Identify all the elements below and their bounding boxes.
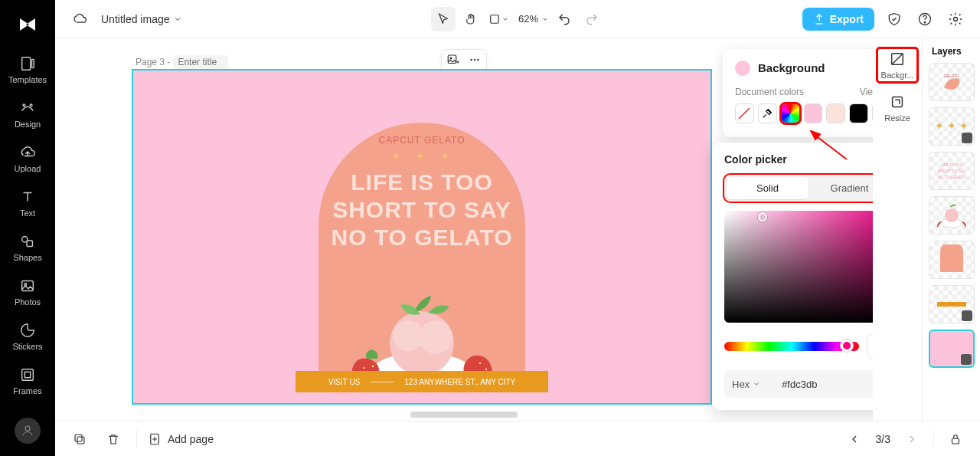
layer-thumb[interactable]: ✦ ✦ ✦ xyxy=(929,107,975,146)
sparkle-icon: ✦ ✦ ✦ xyxy=(391,150,452,162)
headline-line-3: NO TO GELATO xyxy=(318,224,525,251)
layer-thumb[interactable] xyxy=(929,196,975,235)
svg-point-31 xyxy=(363,367,364,369)
help-icon[interactable] xyxy=(914,8,936,30)
layers-title: Layers xyxy=(932,46,962,57)
background-panel: Background × Document colors View all xyxy=(723,49,873,137)
zoom-level[interactable]: 62% xyxy=(518,13,549,25)
hue-slider[interactable] xyxy=(724,342,859,351)
export-button[interactable]: Export xyxy=(802,8,874,31)
pager: 3/3 xyxy=(844,428,966,450)
settings-icon[interactable] xyxy=(945,8,966,30)
sidebar-item-templates[interactable]: Templates xyxy=(0,48,55,92)
lock-icon[interactable] xyxy=(945,428,966,450)
layers-panel: Layers GELATO ✦ ✦ ✦ LIFE IS TOOSHORT TO … xyxy=(922,38,980,456)
svg-rect-46 xyxy=(893,97,903,107)
color-chip[interactable] xyxy=(849,103,868,123)
zoom-value: 62% xyxy=(518,13,538,25)
color-picker-chip[interactable] xyxy=(781,103,800,123)
app-logo[interactable] xyxy=(15,12,40,37)
cloud-icon[interactable] xyxy=(69,8,90,30)
svg-rect-12 xyxy=(491,15,499,23)
add-page-icon xyxy=(148,432,162,446)
svg-text:SHORT TO SAY: SHORT TO SAY xyxy=(937,169,965,173)
sidebar-item-design[interactable]: Design xyxy=(0,92,55,136)
svg-rect-0 xyxy=(15,12,40,37)
svg-line-37 xyxy=(739,108,750,119)
layer-thumb[interactable] xyxy=(929,241,975,279)
prev-page-button[interactable] xyxy=(844,428,865,450)
topbar-right: Export xyxy=(802,8,966,31)
color-picker-title: Color picker xyxy=(724,153,873,166)
sidebar-item-text[interactable]: Text xyxy=(0,181,55,225)
visit-bar[interactable]: VISIT US 123 ANYWHERE ST., ANY CITY xyxy=(296,371,548,392)
page-label: Page 3 - xyxy=(136,57,170,67)
next-page-button[interactable] xyxy=(901,428,923,450)
horizontal-scrollbar[interactable] xyxy=(410,412,518,418)
layer-thumb[interactable]: GELATO xyxy=(929,63,975,101)
sidebar-item-frames[interactable]: Frames xyxy=(0,359,55,403)
add-page-button[interactable]: Add page xyxy=(136,430,214,448)
pages-overview-icon[interactable] xyxy=(69,428,90,450)
right-tool-resize[interactable]: Resize xyxy=(884,93,910,123)
delete-page-icon[interactable] xyxy=(103,428,124,450)
page-title-input[interactable] xyxy=(173,55,228,69)
headline-line-1: LIFE IS TOO xyxy=(318,169,525,196)
right-tool-background[interactable]: Backgr... xyxy=(878,49,917,81)
redo-button[interactable] xyxy=(580,7,604,31)
sv-handle[interactable] xyxy=(758,212,767,221)
view-all-link[interactable]: View all xyxy=(860,87,873,97)
user-avatar[interactable] xyxy=(15,418,41,444)
color-chip[interactable] xyxy=(872,103,873,123)
select-tool[interactable] xyxy=(431,7,456,31)
color-chip[interactable] xyxy=(804,103,823,123)
eyedropper-chip[interactable] xyxy=(758,103,777,123)
color-chip-none[interactable] xyxy=(735,103,754,123)
svg-rect-55 xyxy=(75,435,82,441)
chevron-down-icon xyxy=(501,15,509,23)
layer-thumb[interactable] xyxy=(929,285,975,323)
svg-text:LIFE IS TOO: LIFE IS TOO xyxy=(940,162,962,167)
center-tools: 62% xyxy=(431,7,604,31)
design-brand-text[interactable]: CAPCUT GELATO xyxy=(318,135,525,146)
hue-handle[interactable] xyxy=(841,340,853,352)
svg-point-34 xyxy=(479,363,481,364)
hand-tool[interactable] xyxy=(459,7,483,31)
layer-badge-icon xyxy=(961,354,972,365)
svg-text:✦ ✦ ✦: ✦ ✦ ✦ xyxy=(935,120,969,132)
sidebar-item-shapes[interactable]: Shapes xyxy=(0,225,55,270)
tab-solid[interactable]: Solid xyxy=(727,177,808,199)
svg-rect-6 xyxy=(27,241,32,246)
layer-thumb[interactable]: LIFE IS TOOSHORT TO SAYNO TO GELATO xyxy=(929,152,975,190)
svg-point-3 xyxy=(23,104,25,107)
more-icon[interactable] xyxy=(468,53,482,70)
undo-button[interactable] xyxy=(552,7,577,31)
eyedropper-button[interactable] xyxy=(867,333,873,359)
tab-gradient[interactable]: Gradient xyxy=(808,177,873,199)
hex-row: Hex #fdc3db xyxy=(724,370,873,398)
design-canvas[interactable]: CAPCUT GELATO ✦ ✦ ✦ LIFE IS TOO SHORT TO… xyxy=(132,69,712,405)
document-name[interactable]: Untitled image xyxy=(101,13,182,25)
color-chip[interactable] xyxy=(826,103,845,123)
sidebar-item-stickers[interactable]: Stickers xyxy=(0,314,55,359)
design-headline[interactable]: LIFE IS TOO SHORT TO SAY NO TO GELATO xyxy=(318,169,525,251)
doc-colors-label: Document colors xyxy=(735,87,804,97)
svg-rect-1 xyxy=(22,57,31,71)
sidebar-item-upload[interactable]: Upload xyxy=(0,136,55,181)
svg-point-29 xyxy=(419,320,452,354)
sidebar-item-label: Design xyxy=(15,120,41,129)
hex-value[interactable]: #fdc3db xyxy=(782,379,817,390)
bottom-bar: Add page 3/3 xyxy=(55,421,980,456)
crop-tool[interactable] xyxy=(486,7,511,31)
sidebar-item-label: Stickers xyxy=(12,342,42,351)
layer-thumb[interactable] xyxy=(929,330,975,368)
sidebar-item-photos[interactable]: Photos xyxy=(0,270,55,314)
upload-icon xyxy=(813,13,825,25)
shield-icon[interactable] xyxy=(884,8,905,30)
svg-point-20 xyxy=(477,59,479,61)
image-plus-icon[interactable] xyxy=(446,53,460,70)
color-format-label: Hex xyxy=(732,379,750,390)
color-format-select[interactable]: Hex xyxy=(732,379,760,390)
saturation-value-field[interactable] xyxy=(724,211,873,323)
arch-shape[interactable]: CAPCUT GELATO ✦ ✦ ✦ LIFE IS TOO SHORT TO… xyxy=(318,123,525,389)
